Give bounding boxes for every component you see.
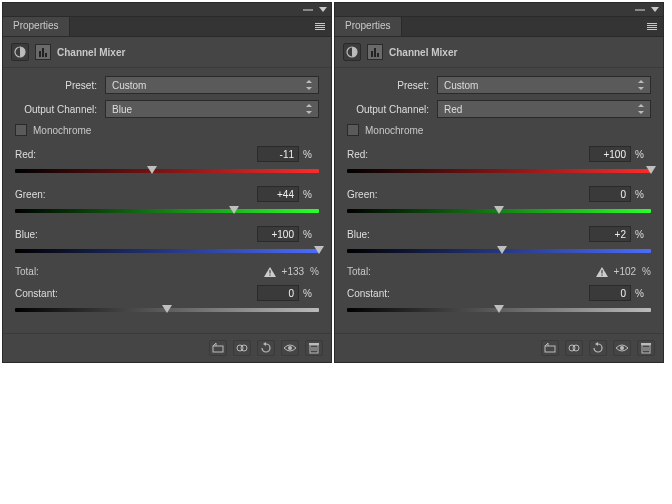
channel-mixer-icon (367, 44, 383, 60)
adjustment-layer-icon (343, 43, 361, 61)
output-channel-value: Blue (112, 104, 132, 115)
view-previous-button[interactable] (233, 340, 251, 356)
preset-value: Custom (112, 80, 146, 91)
percent-label: % (303, 229, 319, 240)
green-value-input[interactable]: +44 (257, 186, 299, 202)
panel-menu[interactable] (309, 17, 331, 36)
tab-properties[interactable]: Properties (3, 17, 70, 36)
slider-thumb[interactable] (229, 206, 239, 214)
slider-thumb[interactable] (646, 166, 656, 174)
percent-label: % (635, 149, 651, 160)
constant-label: Constant: (347, 288, 390, 299)
percent-label: % (303, 189, 319, 200)
svg-rect-8 (309, 343, 319, 345)
preset-select[interactable]: Custom (437, 76, 651, 94)
constant-slider[interactable] (15, 305, 319, 315)
panel-header: Channel Mixer (335, 37, 663, 68)
red-slider[interactable] (15, 166, 319, 176)
percent-label: % (303, 288, 319, 299)
warning-icon (596, 267, 608, 277)
clip-to-layer-button[interactable] (541, 340, 559, 356)
slider-thumb[interactable] (147, 166, 157, 174)
collapse-icon[interactable] (651, 7, 659, 12)
panel-menu[interactable] (641, 17, 663, 36)
output-channel-select[interactable]: Red (437, 100, 651, 118)
green-slider[interactable] (15, 206, 319, 216)
blue-value-input[interactable]: +100 (257, 226, 299, 242)
red-label: Red: (347, 149, 368, 160)
panel-top-controls (335, 3, 663, 17)
panel-body: Preset: Custom Output Channel: Blue Mono… (3, 68, 331, 333)
constant-value-input[interactable]: 0 (589, 285, 631, 301)
panel-body: Preset: Custom Output Channel: Red Monoc… (335, 68, 663, 333)
percent-label: % (635, 229, 651, 240)
preset-label: Preset: (15, 80, 105, 91)
svg-point-18 (620, 346, 624, 350)
percent-label: % (635, 189, 651, 200)
constant-label: Constant: (15, 288, 58, 299)
visibility-button[interactable] (613, 340, 631, 356)
output-channel-value: Red (444, 104, 462, 115)
red-value-input[interactable]: +100 (589, 146, 631, 162)
svg-rect-15 (545, 346, 555, 352)
svg-point-17 (573, 345, 579, 351)
slider-thumb[interactable] (494, 206, 504, 214)
monochrome-checkbox[interactable] (15, 124, 27, 136)
preset-label: Preset: (347, 80, 437, 91)
percent-label: % (642, 266, 651, 277)
constant-slider[interactable] (347, 305, 651, 315)
panel-left: Properties Channel Mixer Preset: Custom … (2, 2, 332, 363)
green-slider[interactable] (347, 206, 651, 216)
svg-rect-2 (269, 274, 270, 275)
blue-value-input[interactable]: +2 (589, 226, 631, 242)
tab-properties[interactable]: Properties (335, 17, 402, 36)
monochrome-label: Monochrome (365, 125, 423, 136)
red-value-input[interactable]: -11 (257, 146, 299, 162)
slider-thumb[interactable] (162, 305, 172, 313)
total-value: +133 (282, 266, 305, 277)
red-slider[interactable] (347, 166, 651, 176)
constant-value-input[interactable]: 0 (257, 285, 299, 301)
delete-button[interactable] (305, 340, 323, 356)
slider-thumb[interactable] (497, 246, 507, 254)
monochrome-label: Monochrome (33, 125, 91, 136)
green-value-input[interactable]: 0 (589, 186, 631, 202)
panel-right: Properties Channel Mixer Preset: Custom … (334, 2, 664, 363)
hamburger-icon (647, 23, 657, 30)
slider-thumb[interactable] (314, 246, 324, 254)
visibility-button[interactable] (281, 340, 299, 356)
channel-mixer-icon (35, 44, 51, 60)
panel-header: Channel Mixer (3, 37, 331, 68)
total-value: +102 (614, 266, 637, 277)
panel-top-controls (3, 3, 331, 17)
output-channel-select[interactable]: Blue (105, 100, 319, 118)
collapse-icon[interactable] (319, 7, 327, 12)
clip-to-layer-button[interactable] (209, 340, 227, 356)
green-label: Green: (15, 189, 46, 200)
total-label: Total: (15, 266, 39, 277)
preset-select[interactable]: Custom (105, 76, 319, 94)
warning-icon (264, 267, 276, 277)
delete-button[interactable] (637, 340, 655, 356)
reset-button[interactable] (257, 340, 275, 356)
svg-rect-20 (641, 343, 651, 345)
monochrome-checkbox[interactable] (347, 124, 359, 136)
reset-button[interactable] (589, 340, 607, 356)
percent-label: % (310, 266, 319, 277)
svg-rect-1 (269, 270, 270, 274)
svg-rect-13 (601, 270, 602, 274)
total-label: Total: (347, 266, 371, 277)
hamburger-icon (315, 23, 325, 30)
svg-point-6 (288, 346, 292, 350)
minimize-icon[interactable] (303, 9, 313, 11)
output-channel-label: Output Channel: (15, 104, 105, 115)
percent-label: % (303, 149, 319, 160)
green-label: Green: (347, 189, 378, 200)
svg-rect-3 (213, 346, 223, 352)
blue-slider[interactable] (15, 246, 319, 256)
panel-footer (335, 333, 663, 362)
view-previous-button[interactable] (565, 340, 583, 356)
minimize-icon[interactable] (635, 9, 645, 11)
slider-thumb[interactable] (494, 305, 504, 313)
blue-slider[interactable] (347, 246, 651, 256)
